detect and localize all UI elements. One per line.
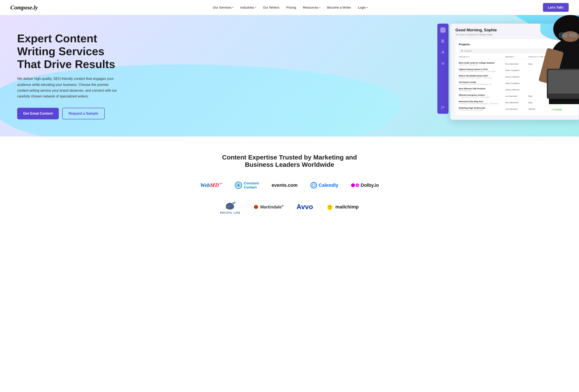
projects-title: Projects — [459, 43, 575, 46]
logos-row-1: WebMD™ Constant Contact events.com — [17, 181, 562, 189]
table-row: Most Effective CBD ProductsCB landing pa… — [459, 86, 575, 93]
svg-point-8 — [461, 50, 462, 51]
nav-pricing[interactable]: Pricing — [286, 5, 296, 9]
gear-icon — [440, 61, 446, 67]
mailchimp-logo: mailchimp — [326, 203, 359, 211]
projects-toolbar: Search Filter by — [459, 49, 575, 53]
logout-icon — [440, 104, 446, 110]
chevron-down-icon: ▾ — [232, 6, 233, 8]
svg-marker-11 — [254, 205, 258, 209]
mockup-sidebar: C — [437, 24, 448, 114]
trust-section: Content Expertise Trusted by Marketing a… — [0, 137, 579, 237]
hero-buttons: Get Great Content Request a Sample — [17, 108, 129, 119]
svg-point-15 — [330, 206, 331, 207]
chevron-down-icon: ▾ — [255, 6, 256, 8]
nav-resources[interactable]: Resources ▾ — [303, 5, 320, 9]
svg-point-10 — [228, 206, 229, 207]
calendly-logo: Calendly — [310, 182, 338, 188]
mockup-panel: Good Morning, Sophie You have 3 projects… — [450, 24, 579, 120]
search-placeholder: Search — [464, 50, 472, 52]
chevron-down-icon: ▾ — [319, 6, 320, 8]
calendly-icon — [310, 182, 317, 188]
projects-section: Projects Search Filter by PROJECT ▾ — [455, 39, 578, 115]
nav-industries[interactable]: Industries ▾ — [240, 5, 256, 9]
pacific-life-logo: PACIFIC LIFE — [220, 200, 241, 214]
get-great-content-button[interactable]: Get Great Content — [17, 108, 59, 119]
nav-links: Our Services ▾ Industries ▾ Our Writers … — [213, 5, 368, 9]
pacific-life-whale-icon — [224, 200, 237, 211]
hero-content: Expert Content Writing Services That Dri… — [0, 15, 129, 137]
table-row: ATS Buyer's GuideEbook providing insight… — [459, 80, 575, 86]
svg-point-14 — [329, 206, 329, 207]
trust-title: Content Expertise Trusted by Marketing a… — [215, 154, 364, 168]
nav-login[interactable]: Login ▾ — [358, 5, 368, 9]
request-sample-button[interactable]: Request a Sample — [62, 108, 105, 119]
svg-line-9 — [462, 51, 463, 52]
logos-row-2: PACIFIC LIFE Martindale® Avvo — [17, 200, 562, 214]
user-icon — [440, 49, 446, 55]
svg-text:C: C — [442, 29, 443, 31]
table-header: PROJECT ▾ WRITER ▾ PRODUCT TYPE ▾ STAGE … — [459, 56, 575, 60]
table-row: Effective Evergreen Content5 most effect… — [459, 93, 575, 99]
events-com-logo: events.com — [272, 182, 298, 188]
table-row: Retirement Plan Blog PostOverview of sta… — [459, 99, 575, 106]
table-row: What is the Mediterranean Diet?Overview … — [459, 74, 575, 80]
nav-our-writers[interactable]: Our Writers — [263, 5, 280, 9]
lets-talk-button[interactable]: Let's Talk! — [543, 3, 569, 12]
dolby-logo: Dolby.io — [351, 182, 379, 188]
hero-subtitle: We deliver high-quality, SEO-friendly co… — [17, 76, 120, 99]
cc-circle-icon — [235, 182, 242, 189]
document-icon — [440, 38, 446, 44]
dolby-circles-icon — [351, 183, 359, 187]
table-row: Highest Paying Careers in TechOverview o… — [459, 67, 575, 74]
mailchimp-icon — [326, 203, 334, 211]
svg-point-7 — [442, 63, 443, 64]
search-box[interactable]: Search — [459, 49, 562, 53]
webmd-logo: WebMD™ — [200, 182, 222, 188]
martindale-logo: Martindale® — [253, 204, 284, 210]
svg-point-13 — [328, 204, 332, 208]
svg-point-16 — [331, 206, 333, 208]
table-row: Best Credit Cards for College StudentsTo… — [459, 61, 575, 67]
nav-become-writer[interactable]: Become a Writer — [327, 5, 351, 9]
nav-our-services[interactable]: Our Services ▾ — [213, 5, 233, 9]
martindale-hex-icon — [253, 204, 259, 210]
svg-point-6 — [442, 51, 443, 52]
hero-title: Expert Content Writing Services That Dri… — [17, 32, 129, 71]
filter-button[interactable]: Filter by — [564, 49, 575, 53]
avvo-logo: Avvo — [296, 203, 313, 211]
compose-icon: C — [440, 27, 446, 33]
table-row: Marketing Page Testimonials5 testimonial… — [459, 106, 575, 112]
logo[interactable]: Compose.ly — [10, 4, 38, 11]
chevron-down-icon: ▾ — [367, 6, 368, 8]
constant-contact-logo: Constant Contact — [235, 181, 259, 189]
mockup-greeting: Good Morning, Sophie — [455, 28, 578, 32]
navigation: Compose.ly Our Services ▾ Industries ▾ O… — [0, 0, 579, 15]
mockup-container: C — [437, 24, 579, 122]
mockup-subtitle: You have 3 projects to review today — [455, 33, 578, 36]
dashboard-mockup: C — [437, 24, 579, 122]
hero-section: Expert Content Writing Services That Dri… — [0, 15, 579, 137]
